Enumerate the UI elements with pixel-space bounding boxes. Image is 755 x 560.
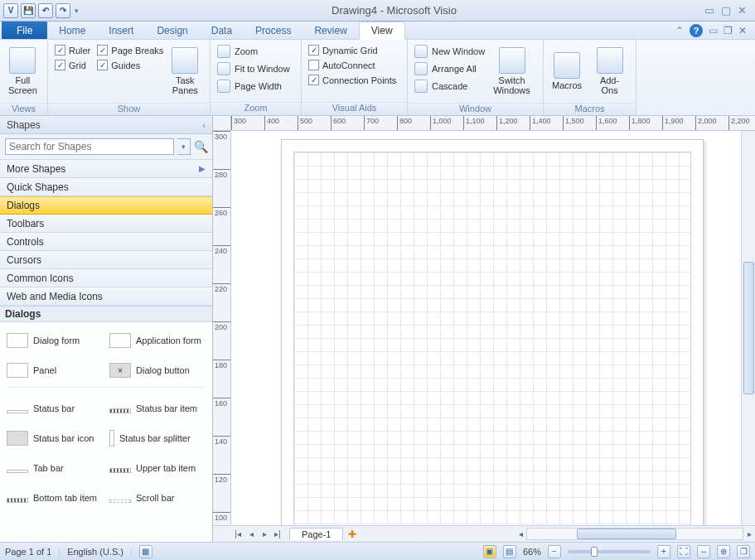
cascade-button[interactable]: Cascade: [413, 79, 486, 94]
page-breaks-checkbox[interactable]: ✓Page Breaks: [95, 44, 165, 56]
stencil-more-shapes[interactable]: More Shapes▶: [0, 160, 212, 178]
stencil-quick-shapes[interactable]: Quick Shapes: [0, 178, 212, 196]
tab-file[interactable]: File: [2, 22, 47, 39]
dynamic-grid-checkbox[interactable]: ✓Dynamic Grid: [307, 44, 398, 56]
shape-panel[interactable]: Panel: [3, 355, 106, 385]
maximize-button[interactable]: ▢: [721, 4, 731, 17]
separator: [8, 387, 204, 392]
horizontal-scrollbar[interactable]: ◂ ▸: [515, 528, 755, 540]
tab-view[interactable]: View: [359, 22, 405, 40]
page-indicator[interactable]: Page 1 of 1: [5, 547, 51, 557]
pan-zoom-button[interactable]: ⊕: [717, 545, 730, 558]
fit-width-button[interactable]: ↔: [697, 545, 710, 558]
language-indicator[interactable]: English (U.S.): [67, 547, 123, 557]
tab-design[interactable]: Design: [145, 22, 199, 39]
tab-home[interactable]: Home: [47, 22, 97, 39]
undo-button[interactable]: ↶: [38, 3, 53, 18]
close-button[interactable]: ✕: [738, 4, 747, 17]
autoconnect-checkbox[interactable]: AutoConnect: [307, 59, 398, 71]
redo-button[interactable]: ↷: [56, 3, 70, 18]
tab-process[interactable]: Process: [244, 22, 302, 39]
app-icon[interactable]: V: [3, 3, 18, 18]
prev-page-button[interactable]: ◂: [244, 529, 258, 538]
scroll-left-button[interactable]: ◂: [515, 529, 526, 538]
stencil-cursors[interactable]: Cursors: [0, 251, 212, 269]
drawing-page[interactable]: [281, 139, 704, 525]
new-window-button[interactable]: New Window: [413, 44, 486, 59]
ruler-checkbox[interactable]: ✓Ruler: [53, 44, 92, 56]
switch-windows-icon[interactable]: ❐: [737, 545, 750, 558]
shape-bottom-tab-item[interactable]: Bottom tab item: [3, 483, 106, 513]
presentation-mode-icon[interactable]: ▣: [483, 545, 496, 558]
arrange-all-button[interactable]: Arrange All: [413, 61, 486, 76]
qat-dropdown-icon[interactable]: ▾: [73, 7, 80, 15]
tab-insert[interactable]: Insert: [97, 22, 145, 39]
window-controls: ▭ ▢ ✕: [704, 4, 755, 17]
fit-page-button[interactable]: ⛶: [677, 545, 690, 558]
shape-dialog-form[interactable]: Dialog form: [3, 326, 106, 355]
help-icon[interactable]: ?: [690, 24, 703, 37]
tab-review[interactable]: Review: [302, 22, 358, 39]
minimize-button[interactable]: ▭: [704, 4, 714, 17]
scroll-thumb[interactable]: [577, 529, 676, 539]
new-window-icon: [414, 45, 428, 58]
stencil-dialogs[interactable]: Dialogs: [0, 196, 212, 215]
vertical-ruler[interactable]: 300280260240220200180160140120100: [213, 131, 231, 525]
insert-page-button[interactable]: ✚: [348, 529, 356, 540]
ribbon-group-visual-aids: ✓Dynamic Grid AutoConnect ✓Connection Po…: [302, 40, 408, 115]
fit-to-window-button[interactable]: Fit to Window: [215, 61, 292, 76]
shape-scroll-bar[interactable]: Scroll bar: [106, 483, 209, 513]
ribbon-tabs: File Home Insert Design Data Process Rev…: [0, 22, 755, 40]
zoom-in-button[interactable]: +: [657, 545, 670, 558]
task-panes-button[interactable]: Task Panes: [168, 42, 201, 100]
macros-button[interactable]: Macros: [549, 42, 585, 100]
save-button[interactable]: 💾: [21, 3, 36, 18]
guides-checkbox[interactable]: ✓Guides: [95, 59, 165, 71]
mdi-minimize-icon[interactable]: ▭: [709, 25, 718, 36]
drawing-viewport[interactable]: [231, 131, 741, 525]
zoom-button[interactable]: Zoom: [215, 44, 292, 59]
shape-status-bar-icon[interactable]: Status bar icon: [3, 423, 106, 453]
shape-status-bar-splitter[interactable]: Status bar splitter: [106, 423, 209, 453]
shape-status-bar[interactable]: Status bar: [3, 393, 106, 423]
stencil-controls[interactable]: Controls: [0, 233, 212, 251]
page-view-icon[interactable]: ▤: [503, 545, 516, 558]
scrollbar-thumb[interactable]: [743, 262, 754, 394]
tab-bar-icon: [7, 470, 28, 473]
shape-status-bar-item[interactable]: Status bar item: [106, 393, 209, 423]
mdi-close-icon[interactable]: ✕: [738, 25, 747, 36]
stencil-web-media-icons[interactable]: Web and Media Icons: [0, 287, 212, 306]
first-page-button[interactable]: |◂: [231, 529, 244, 538]
horizontal-ruler[interactable]: 3004005006007008001,0001,1001,2001,4001,…: [231, 116, 755, 131]
next-page-button[interactable]: ▸: [258, 529, 271, 538]
macro-record-icon[interactable]: ▦: [139, 545, 152, 558]
connection-points-checkbox[interactable]: ✓Connection Points: [307, 74, 398, 86]
stencil-common-icons[interactable]: Common Icons: [0, 269, 212, 287]
scroll-track[interactable]: [526, 528, 743, 540]
search-go-icon[interactable]: 🔍: [194, 140, 207, 153]
addons-button[interactable]: Add-Ons: [588, 42, 631, 100]
zoom-slider-knob[interactable]: [591, 547, 598, 557]
ribbon-minimize-icon[interactable]: ⌃: [675, 25, 684, 36]
zoom-out-button[interactable]: −: [548, 545, 561, 558]
search-shapes-input[interactable]: [5, 138, 174, 155]
last-page-button[interactable]: ▸|: [271, 529, 284, 538]
shape-upper-tab-item[interactable]: Upper tab item: [106, 453, 209, 483]
shape-tab-bar[interactable]: Tab bar: [3, 453, 106, 483]
grid-checkbox[interactable]: ✓Grid: [53, 59, 92, 71]
tab-data[interactable]: Data: [200, 22, 244, 39]
switch-windows-button[interactable]: Switch Windows: [490, 42, 534, 100]
search-dropdown-icon[interactable]: ▾: [177, 138, 191, 155]
zoom-level[interactable]: 66%: [523, 547, 541, 557]
collapse-pane-icon[interactable]: ‹: [202, 120, 206, 130]
page-tab-1[interactable]: Page-1: [289, 528, 343, 540]
scroll-right-button[interactable]: ▸: [743, 529, 755, 538]
page-width-button[interactable]: Page Width: [215, 79, 292, 94]
shape-dialog-button[interactable]: ×Dialog button: [106, 355, 209, 385]
stencil-toolbars[interactable]: Toolbars: [0, 215, 212, 233]
shape-application-form[interactable]: Application form: [106, 326, 209, 355]
vertical-scrollbar[interactable]: [741, 131, 755, 525]
zoom-slider[interactable]: [568, 550, 651, 553]
full-screen-button[interactable]: Full Screen: [5, 42, 41, 100]
mdi-restore-icon[interactable]: ❐: [724, 25, 733, 36]
